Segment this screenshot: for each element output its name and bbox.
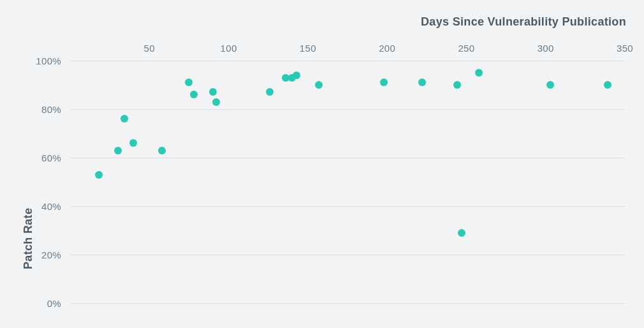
data-point [190, 91, 198, 98]
y-tick-label: 20% [41, 250, 61, 260]
data-point [604, 81, 611, 89]
data-point [475, 69, 483, 77]
data-point [418, 78, 426, 86]
x-tick-label: 300 [538, 43, 554, 54]
gridline [70, 61, 625, 61]
x-tick-label: 200 [379, 43, 395, 54]
x-tick-label: 100 [221, 43, 237, 54]
x-tick-label: 50 [144, 43, 155, 54]
y-axis-title: Patch Rate [22, 208, 35, 269]
x-tick-label: 350 [617, 43, 633, 54]
chart-container: Days Since Vulnerability Publication Pat… [0, 0, 644, 328]
x-tick-label: 150 [300, 43, 316, 54]
y-tick-label: 100% [36, 56, 61, 66]
data-point [266, 88, 274, 96]
plot-area: 0%20%40%60%80%100%50100150200250300350 [70, 61, 625, 303]
gridline [70, 109, 625, 110]
data-point [95, 171, 103, 179]
data-point [546, 81, 554, 89]
y-tick-label: 0% [47, 298, 61, 309]
data-point [114, 147, 122, 154]
gridline [70, 303, 625, 304]
data-point [158, 147, 166, 154]
x-tick-label: 250 [458, 43, 474, 54]
data-point [212, 98, 220, 106]
y-tick-label: 80% [41, 104, 61, 115]
data-point [185, 78, 193, 86]
data-point [315, 81, 323, 89]
data-point [129, 139, 137, 147]
gridline [70, 206, 625, 207]
data-point [458, 229, 465, 237]
y-tick-label: 40% [41, 201, 61, 212]
data-point [121, 115, 128, 123]
data-point [293, 71, 300, 79]
y-tick-label: 60% [41, 153, 61, 163]
data-point [209, 88, 217, 96]
gridline [70, 255, 625, 255]
data-point [453, 81, 461, 89]
x-axis-title: Days Since Vulnerability Publication [421, 15, 626, 29]
gridline [70, 158, 625, 158]
data-point [380, 78, 388, 86]
